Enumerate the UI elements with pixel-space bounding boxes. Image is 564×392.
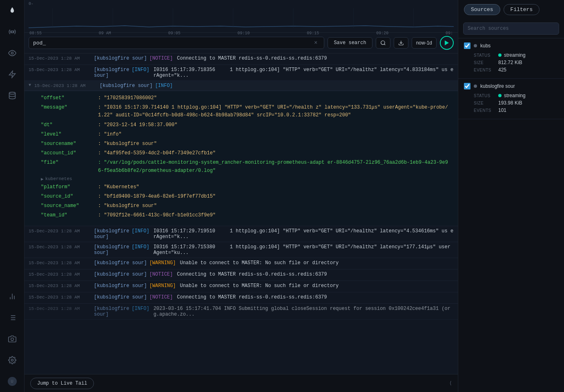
- jump-to-live-button[interactable]: Jump to Live Tail: [30, 378, 94, 389]
- log-entry[interactable]: 15-Dec-2023 1:28 AM [kubslogfiresour] [I…: [25, 242, 458, 258]
- svg-point-14: [11, 359, 13, 361]
- field-value: : "2023-12-14 19:58:37.000": [98, 121, 177, 129]
- field-value: : "I0316 15:17:39.714140 1 httplog.go:10…: [98, 104, 450, 119]
- field-key: "source_id": [41, 193, 98, 200]
- sidebar-icon-list[interactable]: [6, 311, 19, 324]
- sources-panel-button[interactable]: Sources: [464, 4, 500, 15]
- source-name: kubslogfire sour: [480, 83, 515, 89]
- field-value: : "info": [98, 131, 122, 138]
- search-sources-wrap: [458, 19, 564, 38]
- log-entry-expanded[interactable]: ▼ 15-Dec-2023 1:28 AM [kubslogfire sour]…: [25, 81, 458, 226]
- log-entry[interactable]: 15-Dec-2023 1:28 AM [kubslogfiresour] [I…: [25, 304, 458, 320]
- field-key: "platform": [41, 183, 98, 191]
- log-field: "team_id" : "7092f12e-6661-413c-98cf-b1e…: [41, 212, 450, 219]
- status-dot: [498, 53, 502, 57]
- log-timestamp: 15-Dec-2023 1:28 AM: [29, 67, 94, 72]
- events-label: EVENTS: [474, 108, 498, 113]
- main-content: 0- 08:55 09 AM 09:05 09:10 09:15 09:20 0…: [25, 0, 458, 392]
- sidebar-icon-zap[interactable]: [6, 68, 19, 81]
- log-level: [NOTICE]: [149, 272, 173, 277]
- log-source: [kubslogfiresour]: [94, 244, 129, 256]
- log-timestamp: 15-Dec-2023 1:28 AM: [34, 83, 100, 88]
- log-entry[interactable]: 15-Dec-2023 1:28 AM [kubslogfire sour] […: [25, 258, 458, 270]
- log-timestamp: 15-Dec-2023 1:28 AM: [29, 260, 94, 265]
- size-value: 193.98 KiB: [498, 100, 522, 106]
- chart-area: 0- 08:55 09 AM 09:05 09:10 09:15 09:20 0…: [25, 0, 458, 33]
- chart-label-6: 09:: [446, 31, 453, 36]
- field-key: "account_id": [41, 149, 98, 157]
- log-level: [WARNING]: [149, 260, 176, 266]
- field-value: : "/var/log/pods/cattle-monitoring-syste…: [98, 159, 450, 174]
- timerange-button[interactable]: now-1d: [412, 37, 437, 49]
- sidebar-icon-db[interactable]: [6, 89, 19, 102]
- sidebar-icon-flame[interactable]: [6, 4, 19, 17]
- log-entry[interactable]: 15-Dec-2023 1:28 AM [kubslogfiresour] [I…: [25, 65, 458, 81]
- source-checkbox-kubs[interactable]: [464, 42, 470, 49]
- status-value: streaming: [504, 93, 526, 98]
- download-icon: [398, 40, 404, 46]
- field-value: : "1702583917086002": [98, 94, 157, 102]
- log-field: "source_id" : "bf1d9400-1879-4ea6-82e6-1…: [41, 193, 450, 200]
- log-source: [kubslogfire sour]: [94, 272, 147, 277]
- sidebar-icon-settings[interactable]: [6, 354, 19, 367]
- source-stats: STATUS streaming SIZE 812.72 KiB EVENTS …: [474, 52, 558, 73]
- sidebar-icon-barchart[interactable]: [6, 290, 19, 303]
- field-key: "sourcename": [41, 140, 98, 148]
- log-entry-header: ▼ 15-Dec-2023 1:28 AM [kubslogfire sour]…: [25, 81, 458, 91]
- log-entry[interactable]: 15-Dec-2023 1:28 AM [kubslogfiresour] [I…: [25, 226, 458, 242]
- sidebar-icon-camera[interactable]: [6, 332, 19, 345]
- kubernetes-toggle[interactable]: ▶ kubernetes: [41, 176, 450, 182]
- log-container[interactable]: 15-Dec-2023 1:28 AM [kubslogfire sour] […: [25, 53, 458, 374]
- log-level: [INFO]: [132, 67, 149, 73]
- log-field: "file" : "/var/log/pods/cattle-monitorin…: [41, 159, 450, 174]
- field-value: : "Kubernetes": [98, 183, 139, 191]
- log-level: [NOTICE]: [149, 56, 173, 61]
- sidebar-icon-radio[interactable]: [6, 25, 19, 38]
- source-item-kubslogfire: kubslogfire sour STATUS streaming SIZE 1…: [458, 79, 564, 119]
- sidebar-icon-user[interactable]: U: [6, 375, 19, 388]
- log-entry[interactable]: 15-Dec-2023 1:28 AM [kubslogfire sour] […: [25, 281, 458, 292]
- status-dot: [498, 94, 502, 97]
- field-value: : "kubslogfire sour": [98, 140, 157, 148]
- log-entry[interactable]: 15-Dec-2023 1:28 AM [kubslogfire sour] […: [25, 270, 458, 281]
- collapse-panel-button[interactable]: ⟨: [449, 380, 452, 386]
- search-sources-input[interactable]: [463, 22, 559, 35]
- log-source: [kubslogfiresour]: [94, 228, 129, 240]
- save-search-button[interactable]: Save search: [328, 37, 372, 49]
- field-value: : "7092f12e-6661-413c-98cf-b1e01cc3f9e9": [98, 212, 216, 219]
- log-source: [kubslogfiresour]: [94, 306, 129, 317]
- log-field: "source_name" : "kubslogfire sour": [41, 202, 450, 210]
- play-icon: [445, 40, 449, 45]
- field-value: : "kubslogfire sour": [98, 202, 157, 210]
- sidebar-icon-eye[interactable]: [6, 47, 19, 60]
- events-label: EVENTS: [474, 68, 498, 72]
- search-icon: [380, 40, 386, 46]
- source-checkbox-kubslogfire[interactable]: [464, 83, 470, 89]
- chart-label-2: 09:05: [168, 31, 181, 36]
- clear-search-button[interactable]: ×: [314, 40, 317, 46]
- svg-point-1: [11, 52, 13, 54]
- svg-point-22: [381, 41, 384, 45]
- chart-label-0: 08:55: [29, 31, 42, 36]
- log-level: [INFO]: [132, 244, 149, 250]
- log-level: [INFO]: [132, 228, 149, 234]
- log-entry[interactable]: 15-Dec-2023 1:28 AM [kubslogfire sour] […: [25, 53, 458, 65]
- source-size-row: SIZE 193.98 KiB: [474, 100, 558, 106]
- search-input[interactable]: [33, 40, 314, 46]
- log-field: "level" : "info": [41, 131, 450, 138]
- download-button[interactable]: [394, 37, 408, 49]
- play-button[interactable]: [440, 36, 454, 50]
- size-value: 812.72 KiB: [498, 60, 522, 65]
- field-key: "file": [41, 159, 98, 174]
- field-value: : "bf1d9400-1879-4ea6-82e6-19f7ef77db15": [98, 193, 216, 200]
- expand-toggle[interactable]: ▼: [29, 83, 31, 87]
- filters-panel-button[interactable]: Filters: [504, 4, 540, 15]
- search-button[interactable]: [376, 37, 390, 49]
- log-message: I0316 15:17:29.715380 1 httplog.go:104] …: [154, 244, 454, 256]
- log-message: I0316 15:17:29.719510 1 httplog.go:104] …: [154, 228, 454, 240]
- log-entry[interactable]: 15-Dec-2023 1:28 AM [kubslogfire sour] […: [25, 292, 458, 304]
- chart-y-label: 0-: [29, 2, 33, 6]
- field-key: "offset": [41, 94, 98, 102]
- svg-point-13: [11, 338, 13, 341]
- source-dot: [474, 85, 477, 88]
